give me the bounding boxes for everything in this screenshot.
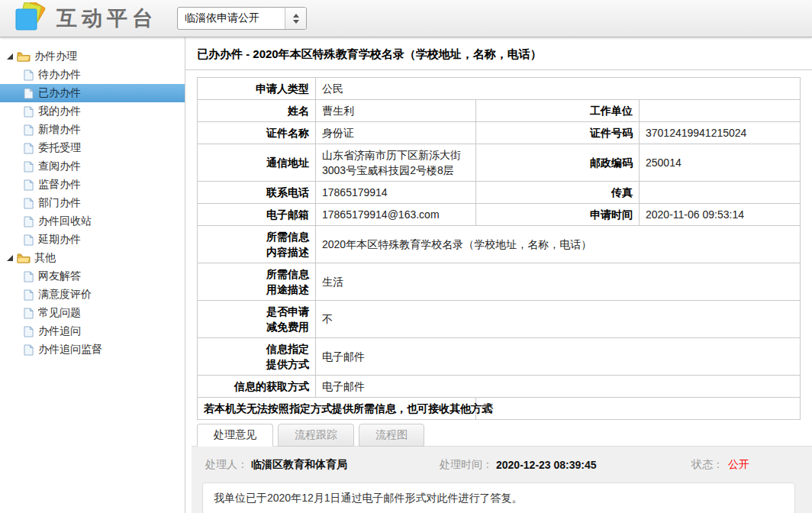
sidebar-item[interactable]: 满意度评价 — [0, 286, 185, 304]
sidebar-item[interactable]: 常见问题 — [0, 304, 185, 322]
sidebar-item[interactable]: 已办办件 — [0, 84, 185, 102]
sidebar-item-label: 新增办件 — [38, 123, 81, 137]
document-icon — [24, 234, 34, 246]
table-row: 所需信息 用途描述生活 — [198, 263, 801, 301]
tree-expander-icon[interactable] — [6, 255, 13, 261]
field-label: 证件号码 — [476, 122, 640, 144]
sidebar-item[interactable]: 网友解答 — [0, 267, 185, 286]
select-spinner-icon[interactable] — [285, 8, 306, 29]
document-icon — [24, 198, 34, 209]
sidebar-item-label: 延期办件 — [38, 233, 81, 247]
field-label: 电子邮箱 — [198, 204, 316, 226]
document-icon — [24, 69, 34, 81]
document-icon — [24, 179, 34, 191]
field-value: 250014 — [640, 144, 801, 182]
sidebar-item[interactable]: 办件追问 — [0, 322, 185, 340]
sidebar-item-label: 监督办件 — [38, 178, 81, 192]
document-icon — [24, 289, 34, 301]
field-label: 邮政编码 — [476, 144, 640, 182]
field-label: 传真 — [476, 182, 640, 204]
field-value — [640, 100, 801, 122]
sidebar-item[interactable]: 办件回收站 — [0, 212, 185, 231]
field-value: 生活 — [316, 263, 801, 301]
field-value — [640, 182, 801, 204]
field-label: 姓名 — [198, 100, 316, 122]
table-row: 证件名称身份证证件号码37012419941215024 — [198, 122, 801, 144]
document-icon — [24, 344, 34, 356]
sidebar-item-label: 满意度评价 — [38, 288, 92, 302]
document-icon — [24, 124, 34, 136]
sidebar-folder[interactable]: 其他 — [0, 249, 185, 267]
field-label: 所需信息 内容描述 — [198, 226, 316, 263]
detail-tabs: 处理意见流程跟踪流程图 — [197, 424, 812, 446]
page-title: 已办办件 - 2020年本区特殊教育学校名录（学校地址，名称，电话） — [197, 47, 812, 62]
document-icon — [24, 143, 34, 154]
sidebar-item[interactable]: 新增办件 — [0, 121, 185, 139]
field-label: 所需信息 用途描述 — [198, 263, 316, 301]
field-value: 电子邮件 — [316, 376, 801, 398]
sidebar-item-label: 已办办件 — [38, 86, 81, 100]
document-icon — [24, 271, 34, 282]
document-icon — [24, 216, 34, 227]
document-icon — [24, 106, 34, 118]
document-icon — [24, 326, 34, 337]
field-value: 电子邮件 — [316, 338, 801, 376]
sidebar-item[interactable]: 待办办件 — [0, 66, 185, 84]
field-label: 工作单位 — [476, 100, 640, 122]
table-row: 是否申请 减免费用不 — [198, 301, 801, 338]
field-value: 否 — [476, 398, 801, 420]
category-select[interactable]: 临淄依申请公开 — [177, 7, 307, 30]
status-label: 状态： — [691, 458, 723, 472]
tab-flow-chart[interactable]: 流程图 — [359, 424, 424, 447]
field-label: 证件名称 — [198, 122, 316, 144]
sidebar-item[interactable]: 办件追问监督 — [0, 340, 185, 359]
sidebar-folder-label: 其他 — [34, 251, 56, 265]
reply-message-box: 我单位已于2020年12月1日通过电子邮件形式对此件进行了答复。 — [202, 482, 795, 513]
sidebar-item-label: 查阅办件 — [38, 160, 81, 173]
field-label: 联系电话 — [198, 182, 316, 204]
field-value: 17865179914@163.com — [316, 204, 476, 226]
process-time-value: 2020-12-23 08:39:45 — [496, 459, 597, 471]
sidebar-item[interactable]: 查阅办件 — [0, 157, 185, 176]
folder-icon — [17, 51, 31, 62]
handler-value: 临淄区教育和体育局 — [251, 458, 347, 472]
table-row: 姓名曹生利工作单位 — [198, 100, 801, 122]
sidebar-item[interactable]: 延期办件 — [0, 231, 185, 249]
field-label: 申请人类型 — [198, 78, 316, 100]
title-divider — [185, 69, 812, 70]
sidebar-item-label: 办件追问 — [38, 324, 81, 338]
field-value: 2020-11-06 09:53:14 — [640, 204, 801, 226]
category-select-value: 临淄依申请公开 — [178, 8, 285, 29]
folder-icon — [17, 253, 31, 263]
sidebar-item[interactable]: 委托受理 — [0, 139, 185, 157]
app-logo-icon — [12, 2, 47, 34]
sidebar-item[interactable]: 我的办件 — [0, 102, 185, 121]
app-title: 互动平台 — [56, 5, 157, 32]
sidebar-item-label: 委托受理 — [38, 141, 81, 155]
main-content: 已办办件 - 2020年本区特殊教育学校名录（学校地址，名称，电话） 申请人类型… — [185, 37, 812, 513]
processing-panel: 处理人： 临淄区教育和体育局 处理时间： 2020-12-23 08:39:45… — [192, 446, 812, 513]
sidebar-item[interactable]: 监督办件 — [0, 176, 185, 194]
handler-label: 处理人： — [205, 458, 248, 472]
table-row: 通信地址山东省济南市历下区新泺大街3003号宝威科技园2号楼8层邮政编码2500… — [198, 144, 801, 182]
field-value: 17865179914 — [316, 182, 476, 204]
tree-expander-icon[interactable] — [6, 53, 13, 60]
tab-opinion[interactable]: 处理意见 — [197, 424, 273, 447]
table-row: 若本机关无法按照指定方式提供所需信息，也可接收其他方式否 — [198, 398, 801, 420]
document-icon — [24, 308, 34, 319]
field-value: 曹生利 — [316, 100, 476, 122]
field-label: 通信地址 — [198, 144, 316, 182]
tab-process-track[interactable]: 流程跟踪 — [278, 424, 354, 447]
table-row: 所需信息 内容描述2020年本区特殊教育学校名录（学校地址，名称，电话） — [198, 226, 801, 263]
sidebar-tree: 办件办理待办办件已办办件我的办件新增办件委托受理查阅办件监督办件部门办件办件回收… — [0, 37, 185, 513]
document-icon — [24, 161, 34, 173]
field-value: 2020年本区特殊教育学校名录（学校地址，名称，电话） — [316, 226, 801, 263]
document-icon — [24, 88, 34, 99]
field-label: 若本机关无法按照指定方式提供所需信息，也可接收其他方式 — [198, 398, 476, 420]
sidebar-item-label: 办件回收站 — [38, 215, 92, 228]
sidebar-folder[interactable]: 办件办理 — [0, 47, 185, 66]
table-row: 信息指定 提供方式电子邮件 — [198, 338, 801, 376]
field-label: 信息的获取方式 — [198, 376, 316, 398]
field-label: 是否申请 减免费用 — [198, 301, 316, 338]
sidebar-item[interactable]: 部门办件 — [0, 194, 185, 212]
